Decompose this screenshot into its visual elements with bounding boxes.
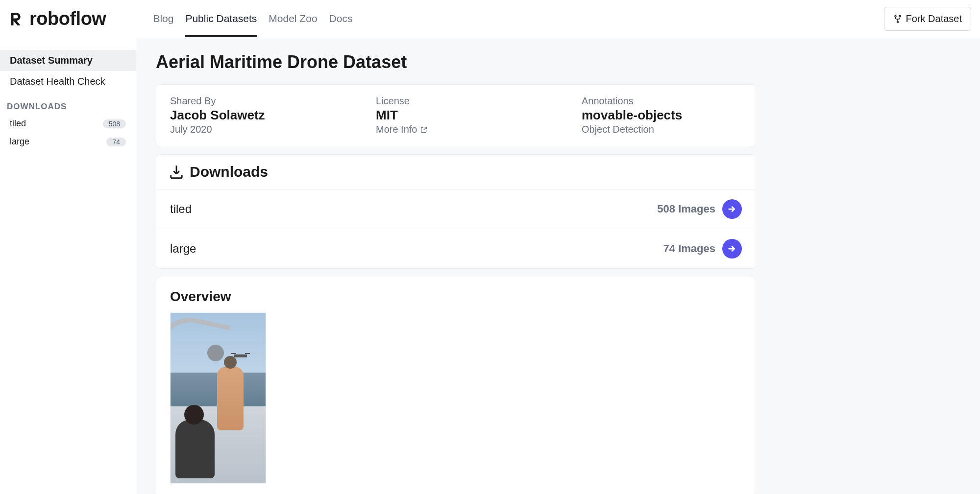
- sidebar-item-summary[interactable]: Dataset Summary: [0, 50, 136, 71]
- meta-more-info-link[interactable]: More Info: [376, 124, 542, 135]
- arrow-right-icon: [727, 204, 737, 214]
- fork-icon: [893, 15, 902, 24]
- fork-dataset-button[interactable]: Fork Dataset: [884, 7, 971, 31]
- meta-label: Annotations: [582, 95, 748, 107]
- topbar: roboflow Blog Public Datasets Model Zoo …: [0, 0, 980, 38]
- meta-value: movable-objects: [582, 108, 748, 123]
- svg-point-2: [897, 21, 898, 23]
- download-row-tiled[interactable]: tiled 508 Images: [156, 189, 756, 229]
- external-link-icon: [420, 126, 428, 134]
- meta-shared-by: Shared By Jacob Solawetz July 2020: [170, 95, 337, 135]
- sidebar-download-tiled[interactable]: tiled 508: [0, 115, 136, 133]
- overview-title: Overview: [170, 289, 742, 305]
- sidebar-download-name: tiled: [10, 118, 26, 129]
- sidebar: Dataset Summary Dataset Health Check DOW…: [0, 38, 136, 494]
- sidebar-download-name: large: [10, 137, 29, 147]
- person-shape: [175, 420, 215, 478]
- download-arrow-button[interactable]: [722, 199, 742, 219]
- download-icon: [168, 164, 185, 180]
- svg-point-0: [895, 15, 896, 17]
- meta-sub: July 2020: [170, 124, 337, 135]
- roboflow-logo-icon: [9, 10, 27, 28]
- meta-annotations: Annotations movable-objects Object Detec…: [582, 95, 748, 135]
- meta-card: Shared By Jacob Solawetz July 2020 Licen…: [156, 84, 756, 146]
- nav-docs[interactable]: Docs: [329, 1, 353, 37]
- meta-value: MIT: [376, 108, 542, 123]
- download-name: tiled: [170, 202, 192, 216]
- boat-ball-shape: [207, 345, 224, 361]
- download-count: 508 Images: [657, 203, 715, 215]
- main-content: Aerial Maritime Drone Dataset Shared By …: [136, 38, 980, 494]
- download-row-large[interactable]: large 74 Images: [156, 229, 756, 268]
- drone-shape: [234, 354, 247, 357]
- meta-license: License MIT More Info: [376, 95, 542, 135]
- sidebar-download-count-badge: 74: [106, 138, 126, 146]
- download-name: large: [170, 242, 196, 256]
- page-title: Aerial Maritime Drone Dataset: [156, 52, 960, 72]
- sidebar-item-label: Dataset Health Check: [10, 76, 105, 87]
- logo[interactable]: roboflow: [9, 8, 106, 29]
- sidebar-download-count-badge: 508: [103, 119, 126, 128]
- svg-point-1: [899, 15, 901, 17]
- nav-blog[interactable]: Blog: [153, 1, 173, 37]
- person-shape: [217, 367, 244, 430]
- overview-card: Overview: [156, 277, 756, 494]
- meta-value: Jacob Solawetz: [170, 108, 337, 123]
- downloads-card: Downloads tiled 508 Images large 74 Imag…: [156, 154, 756, 269]
- overview-image: [170, 312, 266, 484]
- download-count: 74 Images: [663, 242, 715, 255]
- meta-sub-text: More Info: [376, 124, 417, 135]
- nav-model-zoo[interactable]: Model Zoo: [269, 1, 317, 37]
- meta-label: License: [376, 95, 542, 107]
- downloads-title: Downloads: [190, 164, 268, 180]
- arrow-right-icon: [727, 243, 737, 254]
- fork-button-label: Fork Dataset: [906, 13, 962, 24]
- download-arrow-button[interactable]: [722, 239, 742, 259]
- sidebar-item-health-check[interactable]: Dataset Health Check: [0, 71, 136, 92]
- meta-label: Shared By: [170, 95, 337, 107]
- nav-public-datasets[interactable]: Public Datasets: [185, 1, 257, 37]
- top-nav: Blog Public Datasets Model Zoo Docs: [153, 1, 352, 37]
- meta-sub: Object Detection: [582, 124, 748, 135]
- downloads-header: Downloads: [156, 155, 756, 189]
- sidebar-item-label: Dataset Summary: [10, 55, 93, 66]
- sidebar-downloads-heading: DOWNLOADS: [0, 92, 136, 115]
- sidebar-download-large[interactable]: large 74: [0, 133, 136, 151]
- brand-text: roboflow: [29, 8, 106, 29]
